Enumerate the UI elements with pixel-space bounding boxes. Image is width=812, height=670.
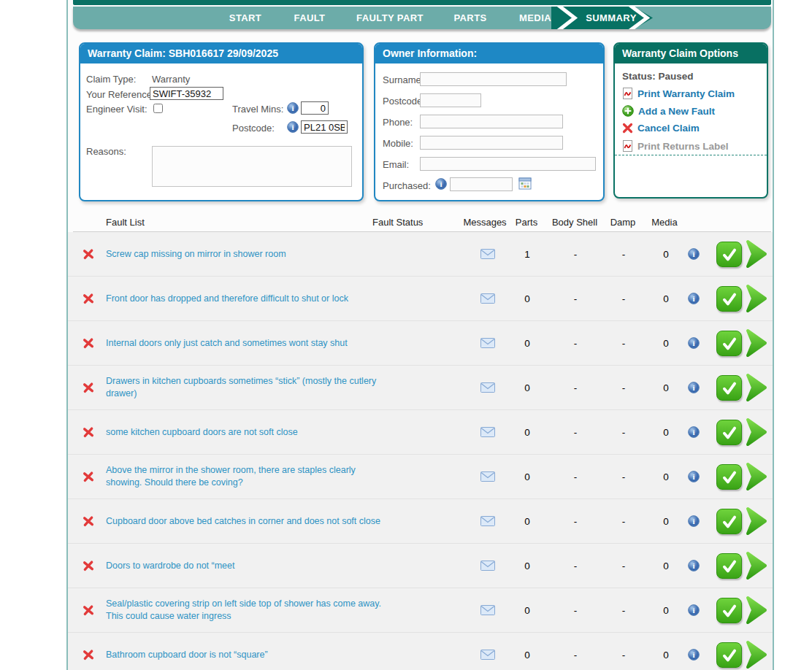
travel-mins-input[interactable] [301, 101, 329, 115]
surname-input[interactable] [420, 72, 567, 86]
nav-step-faulty-part[interactable]: FAULTY PART [356, 12, 424, 23]
delete-fault-icon[interactable] [83, 248, 94, 260]
damp-value: - [622, 605, 626, 616]
owner-information-panel-title: Owner Information: [375, 44, 603, 63]
nav-step-fault[interactable]: FAULT [294, 12, 326, 23]
messages-icon[interactable] [480, 561, 495, 571]
open-fault-button[interactable] [746, 328, 767, 358]
nav-step-summary[interactable]: SUMMARY [586, 12, 636, 23]
fault-link[interactable]: Screw cap missing on mirror in shower ro… [106, 248, 382, 261]
open-fault-button[interactable] [746, 551, 767, 580]
fault-link[interactable]: Above the mirror in the shower room, the… [106, 464, 382, 489]
messages-icon[interactable] [480, 249, 495, 259]
complete-fault-button[interactable] [716, 553, 742, 579]
open-fault-button[interactable] [746, 417, 767, 447]
fault-link[interactable]: Cupboard door above bed catches in corne… [106, 515, 382, 528]
info-icon[interactable]: i [688, 426, 700, 438]
messages-icon[interactable] [480, 338, 495, 348]
fault-link[interactable]: Drawers in kitchen cupboards sometimes “… [106, 375, 382, 400]
travel-mins-info-icon[interactable]: i [287, 102, 299, 114]
phone-input[interactable] [420, 115, 563, 128]
open-fault-button[interactable] [746, 462, 767, 491]
fault-link[interactable]: Internal doors only just catch and somet… [106, 337, 382, 350]
delete-fault-icon[interactable] [83, 337, 94, 349]
complete-fault-button[interactable] [716, 286, 742, 312]
complete-fault-button[interactable] [716, 375, 742, 401]
messages-icon[interactable] [480, 293, 495, 304]
info-icon[interactable]: i [688, 560, 700, 571]
open-fault-button[interactable] [746, 373, 767, 402]
complete-fault-button[interactable] [716, 598, 742, 623]
owner-postcode-input[interactable] [420, 93, 481, 107]
print-warranty-claim-label: Print Warranty Claim [637, 88, 735, 99]
claim-postcode-info-icon[interactable]: i [287, 121, 299, 133]
messages-icon[interactable] [480, 605, 495, 615]
fault-link[interactable]: Seal/plastic covering strip on left side… [106, 598, 382, 623]
purchased-info-icon[interactable]: i [435, 178, 447, 190]
delete-fault-icon[interactable] [83, 426, 94, 438]
messages-icon[interactable] [480, 650, 495, 660]
open-fault-button[interactable] [746, 239, 767, 269]
open-fault-button[interactable] [746, 284, 767, 313]
info-icon[interactable]: i [688, 515, 700, 527]
page-frame: START FAULT FAULTY PART PARTS MEDIA SUMM… [66, 0, 774, 670]
your-reference-input[interactable] [150, 87, 223, 100]
info-icon[interactable]: i [688, 604, 700, 616]
add-new-fault-link[interactable]: Add a New Fault [622, 105, 715, 117]
email-input[interactable] [420, 157, 596, 171]
nav-step-start[interactable]: START [229, 12, 261, 23]
delete-fault-icon[interactable] [83, 382, 94, 393]
fault-row: Screw cap missing on mirror in shower ro… [68, 232, 774, 277]
purchased-label: Purchased: [383, 180, 431, 191]
print-warranty-claim-link[interactable]: Print Warranty Claim [622, 88, 735, 99]
reasons-textarea[interactable] [152, 146, 352, 187]
open-fault-button[interactable] [746, 507, 767, 536]
info-icon[interactable]: i [688, 248, 700, 260]
delete-fault-icon[interactable] [83, 293, 94, 304]
complete-fault-button[interactable] [716, 420, 742, 445]
messages-icon[interactable] [480, 382, 495, 393]
info-icon[interactable]: i [688, 337, 700, 349]
messages-icon[interactable] [480, 471, 495, 482]
complete-fault-button[interactable] [716, 464, 742, 490]
mobile-input[interactable] [420, 136, 563, 150]
delete-fault-icon[interactable] [83, 471, 94, 482]
fault-link[interactable]: Front door has dropped and therefore dif… [106, 293, 382, 305]
delete-fault-icon[interactable] [83, 649, 94, 661]
complete-fault-button[interactable] [716, 331, 742, 356]
open-fault-button[interactable] [746, 596, 767, 625]
fault-link[interactable]: Bathroom cupboard door is not “square” [106, 649, 382, 661]
delete-fault-icon[interactable] [83, 560, 94, 571]
messages-icon[interactable] [480, 516, 495, 526]
info-icon[interactable]: i [688, 293, 700, 304]
add-new-fault-label: Add a New Fault [638, 106, 715, 117]
print-returns-label-link[interactable]: Print Returns Label [622, 140, 729, 152]
nav-step-media[interactable]: MEDIA [519, 12, 551, 23]
damp-value: - [622, 338, 626, 349]
info-icon[interactable]: i [688, 649, 700, 661]
cancel-claim-link[interactable]: Cancel Claim [622, 123, 700, 134]
info-icon[interactable]: i [688, 382, 700, 393]
info-icon[interactable]: i [688, 471, 700, 482]
engineer-visit-checkbox[interactable] [153, 104, 163, 113]
messages-icon[interactable] [480, 427, 495, 437]
purchased-input[interactable] [450, 177, 513, 191]
col-damp: Damp [610, 217, 636, 228]
svg-text:i: i [291, 104, 294, 112]
complete-fault-button[interactable] [716, 509, 742, 534]
nav-step-parts[interactable]: PARTS [453, 12, 486, 23]
step-nav: START FAULT FAULTY PART PARTS MEDIA SUMM… [73, 7, 771, 29]
complete-fault-button[interactable] [716, 642, 742, 668]
delete-fault-icon[interactable] [83, 604, 94, 616]
complete-fault-button[interactable] [716, 242, 742, 267]
fault-row: Seal/plastic covering strip on left side… [68, 588, 774, 633]
surname-label: Surname: [383, 74, 424, 85]
claim-postcode-input[interactable] [301, 120, 348, 134]
delete-fault-icon[interactable] [83, 515, 94, 527]
fault-link[interactable]: Doors to wardrobe do not “meet [106, 560, 382, 572]
open-fault-button[interactable] [746, 640, 767, 669]
media-count: 0 [663, 650, 669, 661]
damp-value: - [622, 471, 626, 482]
fault-link[interactable]: some kitchen cupboard doors are not soft… [106, 426, 382, 439]
calendar-icon[interactable] [518, 177, 532, 190]
